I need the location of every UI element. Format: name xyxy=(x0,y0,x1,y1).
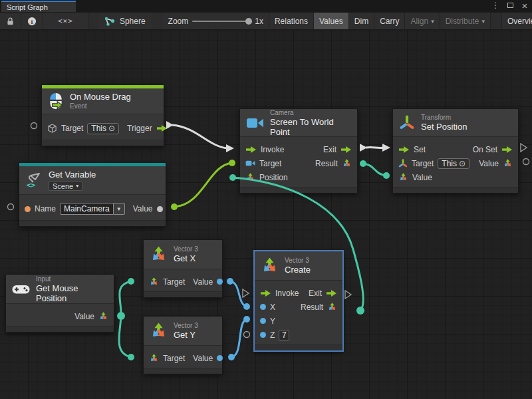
flow-arrow-icon[interactable] xyxy=(156,124,168,133)
port-position-label: Position xyxy=(259,173,288,182)
kebab-menu-icon[interactable]: ⋮ xyxy=(491,1,500,10)
dim-button[interactable]: Dim xyxy=(349,13,374,29)
wire-gety-to-create-y xyxy=(228,316,250,360)
vector3-port-icon[interactable] xyxy=(98,311,108,321)
node-title: Get Mouse Position xyxy=(36,283,108,303)
zoom-slider-handle[interactable] xyxy=(245,18,252,25)
node-get-x[interactable]: Vector 3 Get X Target Value xyxy=(143,239,223,298)
cube-icon xyxy=(47,124,57,134)
port-value-label: Value xyxy=(193,277,213,287)
wire-result-to-value xyxy=(360,160,390,179)
node-get-y[interactable]: Vector 3 Get Y Target Value xyxy=(143,316,223,374)
target-this-chip[interactable]: This⊙ xyxy=(438,158,469,169)
port-target-label: Target xyxy=(412,159,434,168)
node-title: Create xyxy=(285,265,311,275)
vector3-port-icon[interactable] xyxy=(327,302,337,312)
chevron-down-icon: ▾ xyxy=(481,18,485,25)
node-get-mouse-position[interactable]: Input Get Mouse Position Value xyxy=(5,274,114,332)
overview-button[interactable]: Overview xyxy=(501,13,532,29)
vector3-port-icon[interactable] xyxy=(398,172,408,182)
tab-script-graph[interactable]: Script Graph xyxy=(1,1,76,12)
tab-label: Script Graph xyxy=(7,3,48,11)
close-icon[interactable]: × xyxy=(520,1,529,10)
wire-mouse-to-getx-gety xyxy=(117,278,134,360)
distribute-dropdown[interactable]: Distribute▾ xyxy=(440,13,491,29)
port-y-label: Y xyxy=(270,317,275,326)
port-name-input[interactable] xyxy=(25,206,31,212)
graph-canvas[interactable]: On Mouse Drag Event Target This⊙ Trigger xyxy=(0,30,532,399)
relations-button[interactable]: Relations xyxy=(269,13,314,29)
port-exit-label: Exit xyxy=(323,145,336,154)
graph-icon xyxy=(104,17,115,26)
port-value-label: Value xyxy=(74,312,94,321)
carry-button[interactable]: Carry xyxy=(374,13,405,29)
port-name-label: Name xyxy=(35,204,56,213)
port-value-output[interactable] xyxy=(157,206,163,212)
vector3-port-icon[interactable] xyxy=(342,158,352,168)
z-value-field[interactable]: 7 xyxy=(279,330,289,340)
node-category: Transform xyxy=(421,114,467,122)
port-on-set-label: On Set xyxy=(473,145,497,154)
zoom-value: 1x xyxy=(255,17,263,26)
flow-arrow-icon[interactable] xyxy=(326,289,337,298)
target-this-chip[interactable]: This⊙ xyxy=(87,123,119,134)
values-button[interactable]: Values xyxy=(314,13,349,29)
mouse-drag-icon xyxy=(48,92,64,110)
vector3-port-icon[interactable] xyxy=(245,172,255,182)
transform-port-icon[interactable] xyxy=(398,159,408,168)
zoom-control: Zoom 1x xyxy=(163,13,269,29)
graph-breadcrumb[interactable]: Sphere xyxy=(99,13,151,29)
variable-name-dropdown[interactable]: ▼ xyxy=(114,203,125,215)
port-x-input[interactable] xyxy=(260,304,266,310)
flow-arrow-icon[interactable] xyxy=(260,289,271,298)
zoom-label: Zoom xyxy=(168,17,189,26)
vector3-port-icon[interactable] xyxy=(149,277,159,287)
port-value-label: Value xyxy=(133,204,153,213)
object-picker-icon[interactable]: ⊙ xyxy=(108,124,115,133)
chevron-down-icon: ▾ xyxy=(431,18,434,25)
node-subtitle: Event xyxy=(70,102,131,110)
code-view-button[interactable]: <×> xyxy=(43,13,88,29)
vector3-port-icon[interactable] xyxy=(149,353,159,363)
unity-script-graph-window: Script Graph ⋮ × i <×> Sphere Zoom 1x Re… xyxy=(0,0,532,399)
node-get-variable[interactable]: <> Get Variable Scene▾ Name MainCamera▼ … xyxy=(19,162,166,227)
node-set-position[interactable]: Transform Set Position Set On Set Target… xyxy=(392,108,519,194)
object-picker-icon[interactable]: ⊙ xyxy=(459,159,466,168)
node-category: Camera xyxy=(270,109,351,117)
vector3-icon xyxy=(261,257,279,275)
port-value-output[interactable] xyxy=(217,279,223,285)
node-title: Get X xyxy=(174,253,198,263)
node-category: Vector 3 xyxy=(174,245,198,253)
port-exit-label: Exit xyxy=(309,289,322,298)
port-invoke-label: Invoke xyxy=(275,289,299,298)
align-dropdown[interactable]: Align▾ xyxy=(405,13,440,29)
port-target-label: Target xyxy=(259,159,281,168)
transform-icon xyxy=(399,115,415,131)
flow-arrow-icon[interactable] xyxy=(340,145,352,154)
info-icon: i xyxy=(27,17,37,26)
svg-text:<>: <> xyxy=(27,181,36,189)
node-vector3-create[interactable]: Vector 3 Create Invoke Exit X Result xyxy=(254,251,343,351)
port-z-input[interactable] xyxy=(260,332,266,338)
vector3-port-icon[interactable] xyxy=(503,158,513,168)
zoom-slider[interactable] xyxy=(192,21,251,22)
node-on-mouse-drag[interactable]: On Mouse Drag Event Target This⊙ Trigger xyxy=(41,84,164,146)
flow-arrow-icon[interactable] xyxy=(398,145,410,154)
titlebar: Script Graph ⋮ × xyxy=(0,0,532,12)
vector3-icon xyxy=(150,322,168,340)
vector3-icon xyxy=(150,245,168,263)
wire-getx-to-create-x xyxy=(227,278,250,310)
flow-arrow-icon[interactable] xyxy=(501,145,513,154)
graph-name: Sphere xyxy=(120,17,146,26)
port-y-input[interactable] xyxy=(260,318,266,324)
port-value-output[interactable] xyxy=(217,355,223,361)
info-button[interactable]: i xyxy=(21,13,43,29)
lock-button[interactable] xyxy=(0,13,21,29)
flow-arrow-icon[interactable] xyxy=(245,145,257,154)
variable-name-field[interactable]: MainCamera xyxy=(60,203,114,215)
maximize-icon[interactable] xyxy=(505,1,515,10)
camera-port-icon[interactable] xyxy=(245,160,255,167)
gamepad-icon xyxy=(12,283,30,295)
node-screen-to-world-point[interactable]: Camera Screen To World Point Invoke Exit… xyxy=(239,108,358,194)
variable-scope-dropdown[interactable]: Scene▾ xyxy=(49,181,82,191)
